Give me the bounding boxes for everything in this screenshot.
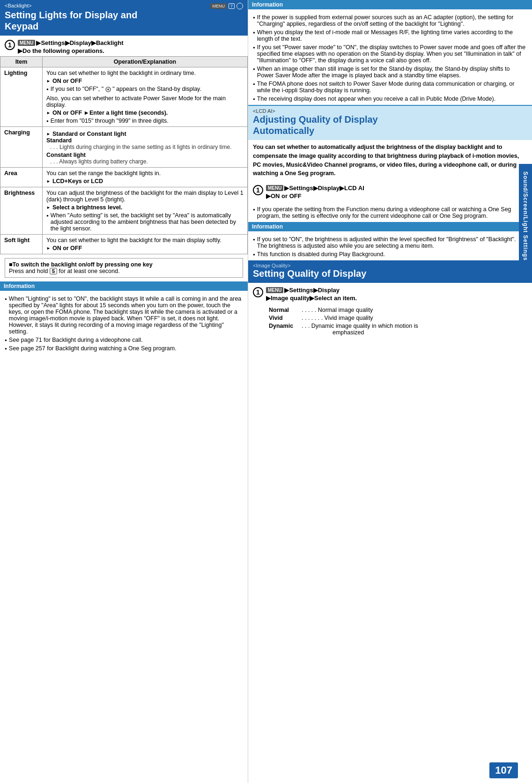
info-item-2: See page 71 for Backlight during a video… [5,337,243,343]
right-column: Information If the power is supplied fro… [248,0,532,783]
img-quality-header: <Image Quality> Setting Quality of Displ… [248,260,532,283]
quality-normal: Normal . . . . . Normal image quality [269,307,527,313]
lcd-bullet-1: If you operate the setting from the Func… [253,206,527,219]
right-info-3: If you set "Power saver mode" to "ON", t… [253,44,527,64]
lcd-info-2: This function is disabled during Play Ba… [253,251,527,258]
left-column: <Backlight> MENU 7 Setting Lights for Di… [0,0,248,783]
switch-note-body: Press and hold 5 for at least one second… [9,268,239,274]
info-content-left: When "Lighting" is set to "ON", the back… [0,291,248,355]
lighting-arrow1: ON or OFF [46,78,244,84]
brightness-arrow: Select a brightness level. [46,204,244,211]
step-sub: ▶Do the following operations. [18,47,243,54]
switch-note: ■To switch the backlight on/off by press… [5,258,243,278]
path-text: ▶Settings▶Display▶Backlight [36,39,123,46]
row-label-charging: Charging [0,127,43,168]
table-row: Lighting You can set whether to light th… [0,67,248,127]
row-label-brightness: Brightness [0,187,43,235]
lighting-bullet2: Enter from "015" through "999" in three … [46,118,244,124]
info-label-top: Information [248,0,532,9]
step1-lcd: 1 MENU ▶Settings▶Display▶LCD AI ▶ON or O… [248,181,532,201]
menu-path-imgq: MENU ▶Settings▶Display [266,287,527,294]
row-content-softlight: You can set whether to light the backlig… [43,235,248,254]
header-tag-line: <Backlight> MENU 7 [5,3,243,8]
lcd-ai-header: <LCD AI> Adjusting Quality of Display Au… [248,105,532,140]
area-arrow: LCD+Keys or LCD [46,178,244,185]
lcd-info-1: If you set to "ON", the brightness is ad… [253,236,527,249]
lcd-info-label: Information [248,222,532,231]
step-number-lcd: 1 [253,185,263,195]
path-text-imgq: ▶Settings▶Display [284,287,340,294]
lighting-arrow2: ON or OFF ►Enter a light time (seconds). [46,110,244,116]
row-content-charging: Standard or Constant light Standard . . … [43,127,248,168]
right-info-2: When you display the text of i-mode mail… [253,29,527,42]
path-text-lcd: ▶Settings▶Display▶LCD AI [284,185,364,192]
menu-box-imgq: MENU [266,287,283,293]
gear-icon [105,87,111,92]
col-operation: Operation/Explanation [43,57,248,67]
info-item-1: When "Lighting" is set to "ON", the back… [5,295,243,335]
quality-dynamic: Dynamic . . . Dynamic image quality in w… [269,323,527,336]
main-table: Item Operation/Explanation Lighting You … [0,56,248,254]
menu-path-lcd: MENU ▶Settings▶Display▶LCD AI [266,185,527,192]
section-header: <Backlight> MENU 7 Setting Lights for Di… [0,0,248,36]
lcd-ai-intro: You can set whether to automatically adj… [248,140,532,181]
charging-arrow1: Standard or Constant light [46,131,244,137]
lighting-bullet1: If you set to "OFF", " " appears on the … [46,86,244,92]
right-info-6: The receiving display does not appear wh… [253,96,527,102]
row-content-lighting: You can set whether to light the backlig… [43,67,248,127]
table-row: Soft light You can set whether to light … [0,235,248,254]
lcd-step1-bullet: If you operate the setting from the Func… [248,201,532,222]
row-content-brightness: You can adjust the brightness of the bac… [43,187,248,235]
right-info-1: If the power is supplied from external p… [253,14,527,27]
step1-imgq: 1 MENU ▶Settings▶Display ▶Image quality▶… [248,283,532,303]
table-row: Brightness You can adjust the brightness… [0,187,248,235]
info-content-top: If the power is supplied from external p… [248,9,532,105]
img-quality-tag: <Image Quality> [253,263,527,268]
softlight-arrow: ON or OFF [46,245,244,251]
menu-icon: MENU [210,3,227,9]
step-number-imgq: 1 [253,287,263,297]
sidebar-tab: Sound/Screen/Light Settings [519,164,532,268]
right-info-5: The FOMA phone does not switch to Power … [253,81,527,94]
key-5: 5 [50,268,57,274]
step1: 1 MENU ▶Settings▶Display▶Backlight ▶Do t… [0,36,248,56]
row-content-area: You can set the range the backlight ligh… [43,168,248,187]
step-content-imgq: MENU ▶Settings▶Display ▶Image quality▶Se… [266,287,527,302]
step-content-lcd: MENU ▶Settings▶Display▶LCD AI ▶ON or OFF [266,185,527,199]
svg-point-1 [107,89,109,90]
menu-box-icon: MENU [18,40,35,46]
lcd-ai-title: Adjusting Quality of Display Automatical… [253,114,527,136]
menu-path: MENU ▶Settings▶Display▶Backlight [18,39,243,46]
menu-box-lcd: MENU [266,185,283,191]
switch-note-title: ■To switch the backlight on/off by press… [9,261,239,268]
quality-vivid: Vivid . . . . . . . Vivid image quality [269,315,527,321]
step-content: MENU ▶Settings▶Display▶Backlight ▶Do the… [18,39,243,54]
step-number: 1 [5,40,15,50]
right-info-4: When an image other than still image is … [253,66,527,79]
lcd-info-content: If you set to "ON", the brightness is ad… [248,231,532,260]
col-item: Item [0,57,43,67]
info-label-left: Information [0,281,248,291]
quality-options: Normal . . . . . Normal image quality Vi… [248,303,532,339]
img-quality-title: Setting Quality of Display [253,268,527,279]
header-tag-icons: MENU 7 [210,3,243,9]
row-label-lighting: Lighting [0,67,43,127]
step-sub-lcd: ▶ON or OFF [266,192,527,199]
table-row: Charging Standard or Constant light Stan… [0,127,248,168]
table-row: Area You can set the range the backlight… [0,168,248,187]
circle-icon [236,3,243,9]
header-title: Setting Lights for Display and Keypad [5,9,243,32]
header-tag: <Backlight> [5,3,31,8]
lcd-ai-tag: <LCD AI> [253,108,527,114]
num7-icon: 7 [229,3,235,9]
page-number: 107 [489,762,518,778]
row-label-softlight: Soft light [0,235,43,254]
info-item-3: See page 257 for Backlight during watchi… [5,345,243,352]
row-label-area: Area [0,168,43,187]
step-sub-imgq: ▶Image quality▶Select an item. [266,295,527,302]
brightness-bullet: When "Auto setting" is set, the backligh… [46,212,244,232]
